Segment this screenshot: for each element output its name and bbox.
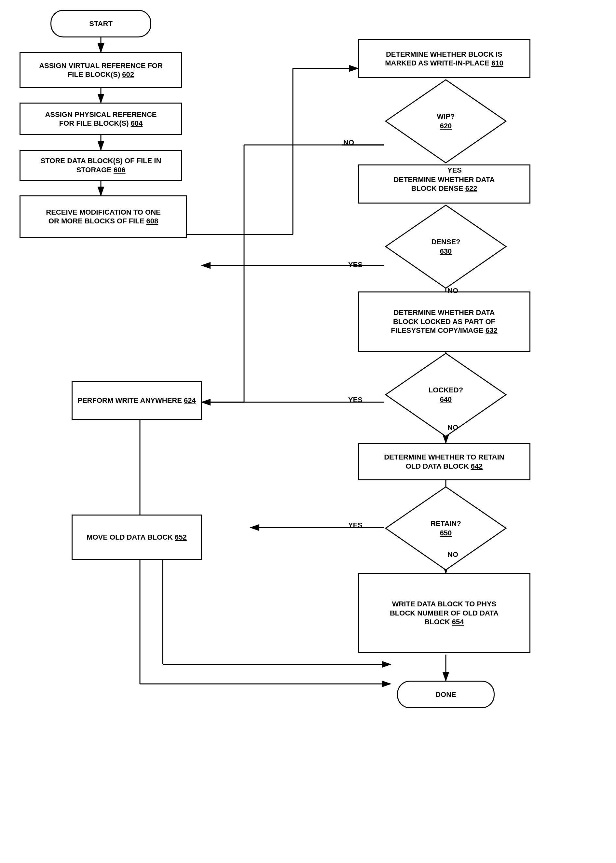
n630-ref: 630 — [440, 247, 452, 255]
node-624: PERFORM WRITE ANYWHERE 624 — [72, 381, 202, 420]
start-label: START — [89, 19, 113, 28]
node-640: LOCKED? 640 — [384, 352, 508, 438]
n640-label: LOCKED? — [429, 386, 463, 394]
node-606: STORE DATA BLOCK(S) OF FILE INSTORAGE 60… — [19, 150, 182, 181]
node-632: DETERMINE WHETHER DATABLOCK LOCKED AS PA… — [358, 291, 530, 352]
n630-label: DENSE? — [431, 238, 460, 246]
n624-label: PERFORM WRITE ANYWHERE — [77, 396, 184, 405]
node-608: RECEIVE MODIFICATION TO ONEOR MORE BLOCK… — [19, 195, 187, 238]
n608-ref: 608 — [146, 217, 158, 225]
n602-label: ASSIGN VIRTUAL REFERENCE FORFILE BLOCK(S… — [39, 61, 163, 79]
node-604: ASSIGN PHYSICAL REFERENCEFOR FILE BLOCK(… — [19, 102, 182, 135]
n608-label: RECEIVE MODIFICATION TO ONEOR MORE BLOCK… — [46, 208, 160, 225]
no-locked-label: NO — [448, 424, 458, 432]
n610-label: DETERMINE WHETHER BLOCK ISMARKED AS WRIT… — [385, 50, 503, 68]
node-610: DETERMINE WHETHER BLOCK ISMARKED AS WRIT… — [358, 39, 530, 78]
yes-wip-label: YES — [448, 166, 462, 175]
node-650: RETAIN? 650 — [384, 485, 508, 572]
node-642: DETERMINE WHETHER TO RETAINOLD DATA BLOC… — [358, 443, 530, 480]
flowchart-diagram: START ASSIGN VIRTUAL REFERENCE FORFILE B… — [0, 0, 616, 863]
n622-label: DETERMINE WHETHER DATABLOCK DENSE — [394, 176, 495, 193]
node-620: WIP? 620 — [384, 78, 508, 164]
yes-retain-label: YES — [348, 521, 363, 529]
n654-label: WRITE DATA BLOCK TO PHYSBLOCK NUMBER OF … — [390, 600, 498, 626]
no-retain-label: NO — [448, 550, 458, 559]
node-630: DENSE? 630 — [384, 203, 508, 290]
n620-ref: 620 — [440, 122, 452, 130]
yes-dense-label: YES — [348, 260, 363, 269]
n652-label: MOVE OLD DATA BLOCK — [86, 533, 175, 541]
node-602: ASSIGN VIRTUAL REFERENCE FORFILE BLOCK(S… — [19, 52, 182, 88]
node-652: MOVE OLD DATA BLOCK 652 — [72, 515, 202, 560]
n650-ref: 650 — [440, 529, 452, 537]
node-654: WRITE DATA BLOCK TO PHYSBLOCK NUMBER OF … — [358, 573, 530, 653]
n602-ref: 602 — [122, 70, 134, 79]
done-node: DONE — [397, 680, 495, 708]
node-622: DETERMINE WHETHER DATABLOCK DENSE 622 — [358, 164, 530, 203]
n622-ref: 622 — [465, 184, 478, 192]
n604-ref: 604 — [131, 119, 143, 128]
n606-ref: 606 — [113, 166, 126, 174]
start-node: START — [50, 10, 151, 38]
n620-label: WIP? — [437, 112, 455, 121]
n642-ref: 642 — [471, 462, 483, 470]
n654-ref: 654 — [452, 618, 464, 626]
n640-ref: 640 — [440, 395, 452, 403]
n642-label: DETERMINE WHETHER TO RETAINOLD DATA BLOC… — [384, 453, 504, 470]
done-label: DONE — [435, 690, 456, 699]
n650-label: RETAIN? — [431, 520, 461, 528]
n632-label: DETERMINE WHETHER DATABLOCK LOCKED AS PA… — [391, 309, 495, 334]
no-wip-label: NO — [343, 139, 354, 147]
no-dense-label: NO — [448, 287, 458, 295]
yes-locked-label: YES — [348, 396, 363, 404]
n624-ref: 624 — [184, 396, 196, 405]
n652-ref: 652 — [175, 533, 187, 541]
n606-label: STORE DATA BLOCK(S) OF FILE INSTORAGE — [41, 157, 162, 174]
n610-ref: 610 — [491, 59, 503, 67]
n632-ref: 632 — [486, 326, 498, 334]
